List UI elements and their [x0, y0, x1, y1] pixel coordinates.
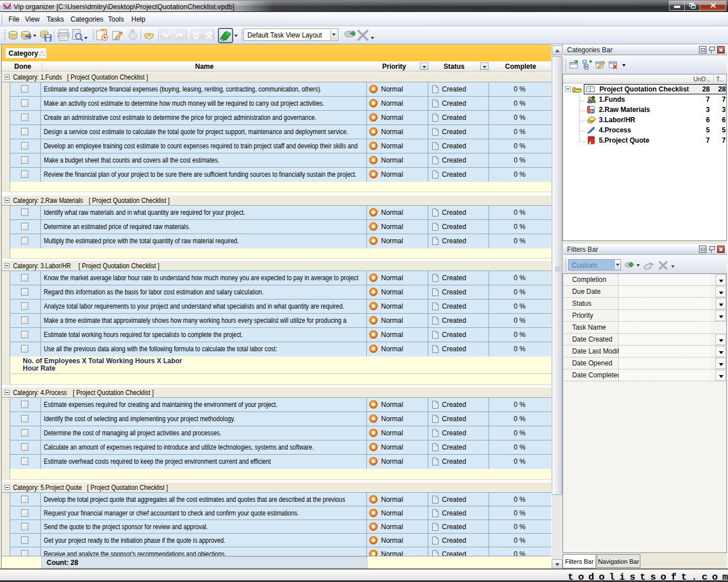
- svg-text:5: 5: [592, 109, 594, 113]
